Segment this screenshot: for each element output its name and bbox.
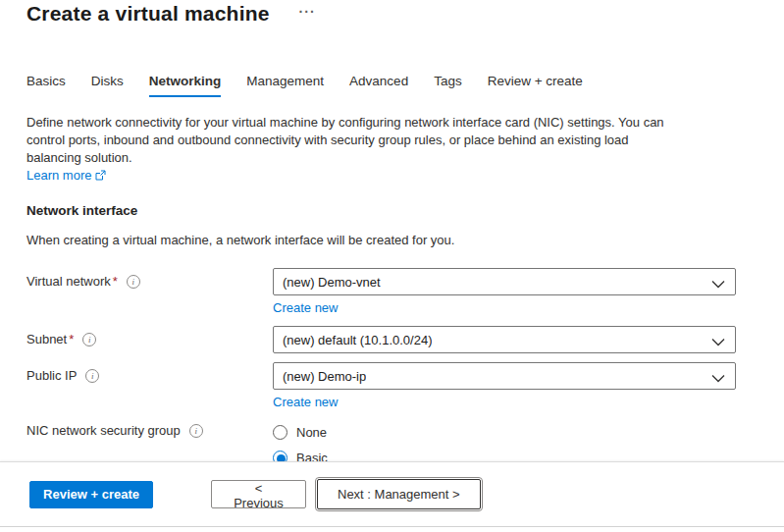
public-ip-row: Public IP (new) Demo-ip Create new [26,362,784,409]
tab-basics[interactable]: Basics [26,74,66,97]
radio-none-label: None [296,425,327,440]
info-icon[interactable] [82,333,96,346]
chevron-down-icon [711,335,725,349]
virtual-network-row: Virtual network* (new) Demo-vnet Create … [26,268,784,315]
learn-more-label: Learn more [26,168,91,183]
tab-management[interactable]: Management [246,74,324,97]
public-ip-value: (new) Demo-ip [283,369,366,384]
next-management-button[interactable]: Next : Management > [317,479,481,509]
create-vm-page: Create a virtual machine ··· Basics Disk… [0,0,784,532]
previous-button[interactable]: < Previous [211,480,306,508]
virtual-network-value: (new) Demo-vnet [283,275,381,290]
network-interface-helper-text: When creating a virtual machine, a netwo… [26,233,784,247]
more-options-icon[interactable]: ··· [299,4,316,20]
chevron-down-icon [711,371,725,386]
subnet-value: (new) default (10.1.0.0/24) [283,333,432,347]
public-ip-label-text: Public IP [26,368,77,383]
review-create-button[interactable]: Review + create [29,481,153,508]
bottom-divider [0,526,784,527]
info-icon[interactable] [189,424,203,438]
public-ip-label: Public IP [26,362,273,383]
subnet-row: Subnet* (new) default (10.1.0.0/24) [26,326,784,353]
tab-disks[interactable]: Disks [91,74,124,97]
radio-button-icon [273,425,287,440]
virtual-network-create-new-link[interactable]: Create new [273,300,338,315]
wizard-footer: Review + create < Previous Next : Manage… [0,461,784,526]
subnet-label-text: Subnet [26,332,67,346]
radio-basic[interactable]: Basic [273,450,736,461]
tab-tags[interactable]: Tags [434,74,462,97]
page-content: Create a virtual machine ··· Basics Disk… [0,0,784,461]
learn-more-link[interactable]: Learn more [26,168,106,183]
nic-nsg-label: NIC network security group [26,421,273,438]
page-title: Create a virtual machine [26,2,270,26]
networking-description: Define network connectivity for your vir… [26,114,686,167]
virtual-network-label: Virtual network* [26,268,273,289]
subnet-dropdown[interactable]: (new) default (10.1.0.0/24) [273,326,736,353]
nic-nsg-radio-group: None Basic Advanced [273,421,736,461]
radio-button-selected-icon [273,451,287,461]
info-icon[interactable] [127,275,140,289]
nic-nsg-label-text: NIC network security group [26,423,181,438]
nic-nsg-row: NIC network security group None Basic [26,421,784,461]
required-asterisk: * [69,332,74,346]
networking-form: Virtual network* (new) Demo-vnet Create … [26,268,784,461]
info-icon[interactable] [85,369,99,383]
tab-bar: Basics Disks Networking Management Advan… [26,74,784,97]
public-ip-create-new-link[interactable]: Create new [273,395,338,409]
page-header: Create a virtual machine ··· [26,0,784,26]
chevron-down-icon [711,277,725,292]
section-heading-network-interface: Network interface [26,203,784,218]
public-ip-dropdown[interactable]: (new) Demo-ip [273,362,736,390]
virtual-network-label-text: Virtual network [26,274,111,289]
subnet-label: Subnet* [26,326,273,346]
virtual-network-dropdown[interactable]: (new) Demo-vnet [273,268,736,295]
tab-networking[interactable]: Networking [149,74,222,97]
tab-advanced[interactable]: Advanced [349,74,408,97]
required-asterisk: * [113,274,118,289]
radio-none[interactable]: None [273,424,736,441]
radio-basic-label: Basic [296,451,328,461]
external-link-icon [95,170,106,181]
tab-review-create[interactable]: Review + create [488,74,583,97]
